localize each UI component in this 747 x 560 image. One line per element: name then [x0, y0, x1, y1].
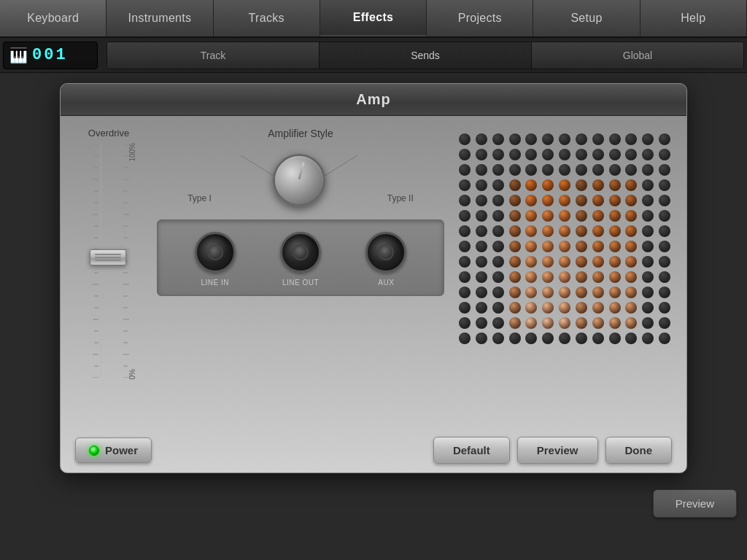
grille-dot — [625, 256, 637, 268]
grille-dot — [459, 149, 471, 160]
grille-dot — [525, 317, 537, 329]
grille-dot — [492, 256, 504, 268]
grille-dot — [625, 332, 637, 344]
subtab-sends[interactable]: Sends — [320, 42, 532, 69]
grille-dot — [609, 317, 621, 329]
nav-tab-instruments[interactable]: Instruments — [107, 0, 213, 36]
nav-tab-tracks[interactable]: Tracks — [214, 0, 320, 36]
grille-dot — [476, 149, 487, 160]
grille-dot — [576, 225, 587, 237]
grille-dot — [592, 332, 604, 344]
grille-dot — [559, 332, 570, 344]
grille-dot — [476, 179, 487, 191]
grille-dot — [509, 164, 521, 176]
line-in-label: LINE IN — [201, 279, 229, 287]
grille-dot — [609, 271, 621, 283]
default-button[interactable]: Default — [433, 437, 510, 464]
subtab-global[interactable]: Global — [532, 42, 743, 69]
jack-aux[interactable] — [365, 232, 406, 273]
grille-dot — [459, 271, 471, 283]
grille-dot — [559, 164, 570, 176]
done-button[interactable]: Done — [605, 437, 673, 464]
grille-dot — [492, 179, 504, 191]
grille-dot — [509, 241, 521, 252]
grille-dot — [459, 317, 471, 329]
nav-tab-effects[interactable]: Effects — [320, 0, 427, 36]
grille-dot — [476, 271, 487, 283]
bottom-bar: Preview — [0, 483, 747, 524]
grille-dot — [559, 287, 570, 298]
grille-dot — [659, 210, 670, 222]
grille-dot — [576, 133, 587, 145]
grille-dot — [576, 317, 587, 329]
preview-button[interactable]: Preview — [517, 437, 598, 464]
nav-tab-keyboard[interactable]: Keyboard — [0, 0, 107, 36]
grille-dot — [509, 287, 521, 298]
overdrive-label: Overdrive — [88, 128, 129, 139]
grille-dot — [609, 241, 621, 252]
grille-dot — [642, 241, 654, 252]
power-button[interactable]: Power — [75, 438, 152, 463]
grille-dot — [492, 332, 504, 344]
grille-dot — [492, 225, 504, 237]
grille-dot — [509, 179, 521, 191]
grille-dot — [609, 195, 621, 206]
grille-dot — [625, 195, 637, 206]
main-area: Amp Overdrive — [0, 73, 747, 483]
grille-dot — [542, 271, 554, 283]
grille-dot — [525, 332, 537, 344]
grille-dot — [625, 149, 637, 160]
grille-dot — [642, 271, 654, 283]
grille-dot — [559, 317, 570, 329]
grille-dot — [559, 133, 570, 145]
line-out-label: LINE OUT — [282, 279, 319, 287]
subtab-track[interactable]: Track — [107, 42, 320, 69]
grille-dot — [625, 287, 637, 298]
grille-dot — [542, 210, 554, 222]
grille-dot — [659, 195, 670, 206]
grille-dot — [592, 287, 604, 298]
grille-dot — [476, 241, 487, 252]
grille-dot — [542, 133, 554, 145]
grille-dot — [559, 241, 570, 252]
grille-dot — [542, 164, 554, 176]
grille-dot — [509, 317, 521, 329]
grille-dot — [525, 149, 537, 160]
jack-line-out[interactable] — [280, 232, 321, 273]
grille-dot — [509, 332, 521, 344]
grille-dot — [609, 225, 621, 237]
grille-dot — [559, 271, 570, 283]
amp-style-knob[interactable] — [273, 154, 325, 206]
amplifier-style-label: Amplifier Style — [268, 128, 333, 139]
grille-dot — [459, 164, 471, 176]
grille-dot — [659, 225, 670, 237]
grille-dot — [659, 241, 670, 252]
amp-footer: Power Default Preview Done — [61, 428, 686, 472]
grille-dot — [592, 302, 604, 314]
io-port-aux: AUX — [365, 232, 406, 287]
grille-dot — [609, 302, 621, 314]
grille-dot — [642, 164, 654, 176]
grille-dot — [559, 149, 570, 160]
nav-tab-help[interactable]: Help — [640, 0, 747, 36]
grille-dot — [659, 179, 670, 191]
grille-dot — [459, 287, 471, 298]
overdrive-slider[interactable] — [90, 249, 126, 265]
grille-dot — [642, 302, 654, 314]
grille-dot — [542, 317, 554, 329]
bottom-preview-button[interactable]: Preview — [653, 489, 737, 518]
overdrive-section: Overdrive — [72, 128, 145, 422]
power-label: Power — [105, 444, 138, 456]
grille-dot — [525, 164, 537, 176]
grille-dot — [659, 317, 670, 329]
grille-dot — [492, 317, 504, 329]
grille-dot — [659, 332, 670, 344]
grille-dot — [642, 225, 654, 237]
grille-dot — [625, 210, 637, 222]
grille-dot — [492, 164, 504, 176]
footer-buttons: Default Preview Done — [433, 437, 672, 464]
nav-tab-setup[interactable]: Setup — [533, 0, 640, 36]
amp-body: Overdrive — [61, 116, 686, 422]
nav-tab-projects[interactable]: Projects — [427, 0, 533, 36]
jack-line-in[interactable] — [195, 232, 236, 273]
